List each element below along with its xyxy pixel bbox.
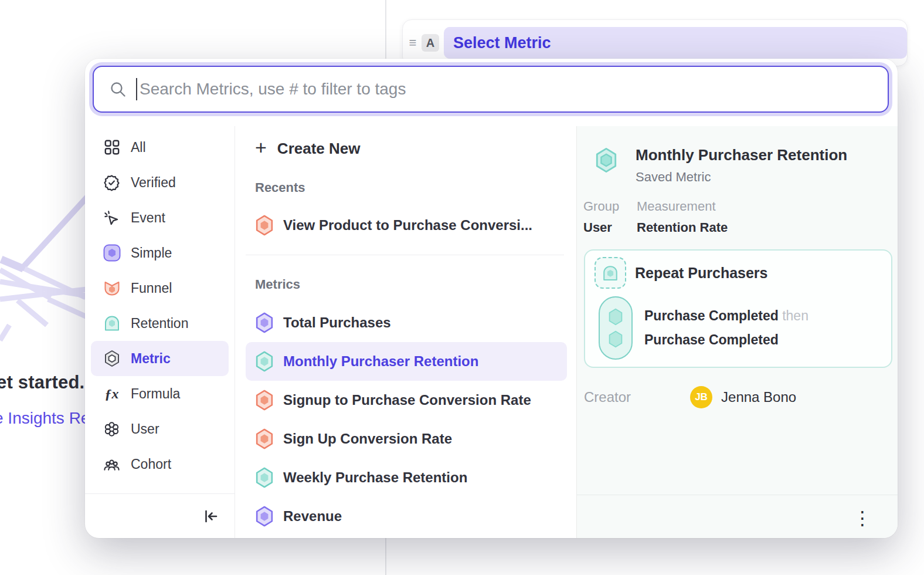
- sidebar-item-label: Simple: [131, 245, 172, 261]
- creator-avatar: JB: [690, 386, 712, 408]
- metric-item-label: Sign Up Conversion Rate: [283, 431, 452, 447]
- funnel-metric-hex-icon: [255, 215, 274, 236]
- text-caret: [136, 78, 137, 100]
- sidebar-item-cohort[interactable]: Cohort: [91, 447, 229, 482]
- detail-meta: Group User Measurement Retention Rate: [583, 199, 728, 235]
- retention-metric-hex-icon: [255, 351, 274, 372]
- definition-step-1: Purchase Completed then: [644, 308, 808, 324]
- definition-title: Repeat Purchasers: [635, 265, 768, 282]
- search-bar[interactable]: [93, 66, 889, 113]
- create-new-label: Create New: [277, 140, 361, 158]
- event-hex-icon: [607, 330, 624, 348]
- sidebar-item-label: All: [131, 140, 146, 155]
- saved-metric-hex-icon: [595, 147, 618, 173]
- definition-step-2: Purchase Completed: [644, 332, 779, 348]
- search-input[interactable]: [140, 80, 876, 99]
- detail-footer: ⋮: [577, 495, 898, 538]
- event-hex-icon: [607, 308, 624, 326]
- sidebar-item-label: Metric: [131, 351, 171, 367]
- detail-title: Monthly Purchaser Retention: [636, 146, 847, 164]
- filter-sidebar: All Verified: [85, 126, 235, 538]
- background-illustration: [0, 194, 94, 358]
- cohort-icon: [103, 455, 121, 473]
- funnel-metric-icon: [103, 279, 121, 297]
- sidebar-item-label: User: [131, 421, 159, 437]
- grid-icon: [103, 138, 121, 157]
- metric-picker-modal: All Verified: [85, 59, 898, 538]
- more-options-button[interactable]: ⋮: [848, 505, 877, 532]
- metric-item-signup-to-purchase-conversion-rate[interactable]: Signup to Purchase Conversion Rate: [246, 381, 567, 420]
- measurement-label: Measurement: [637, 199, 728, 214]
- event-sequence-capsule: [599, 296, 633, 360]
- sidebar-item-label: Event: [131, 210, 165, 226]
- series-letter-badge: A: [422, 34, 439, 52]
- user-profile-icon: [103, 420, 121, 438]
- sidebar-item-retention[interactable]: Retention: [91, 306, 229, 341]
- sidebar-item-label: Retention: [131, 316, 188, 332]
- metric-definition-card: Repeat Purchasers Purchase Completed the…: [584, 249, 892, 368]
- event-metric-hex-icon: [255, 506, 274, 527]
- creator-name: Jenna Bono: [721, 389, 796, 405]
- drag-handle-icon[interactable]: ≡: [406, 36, 419, 49]
- sidebar-item-label: Funnel: [131, 280, 172, 296]
- group-value: User: [583, 220, 637, 235]
- screen: et started. e Insights Re ≡ A Select Met…: [0, 0, 924, 575]
- recent-item-label: View Product to Purchase Conversi...: [283, 217, 532, 234]
- sidebar-item-user[interactable]: User: [91, 411, 229, 447]
- metric-item-label: Signup to Purchase Conversion Rate: [283, 392, 531, 408]
- event-cursor-icon: [103, 209, 121, 227]
- sidebar-item-label: Formula: [131, 386, 180, 402]
- sidebar-item-all[interactable]: All: [91, 130, 229, 165]
- collapse-left-icon: [203, 508, 219, 525]
- sidebar-item-formula[interactable]: ƒx Formula: [91, 376, 229, 411]
- section-divider: [246, 255, 564, 255]
- sidebar-item-label: Verified: [131, 175, 176, 191]
- sidebar-item-funnel[interactable]: Funnel: [91, 270, 229, 306]
- metric-item-monthly-purchaser-retention[interactable]: Monthly Purchaser Retention: [246, 342, 567, 381]
- metric-detail-panel: Monthly Purchaser Retention Saved Metric…: [576, 126, 898, 538]
- sidebar-item-label: Cohort: [131, 456, 171, 472]
- retention-metric-icon: [103, 314, 121, 333]
- retention-step-icon: [595, 257, 626, 289]
- creator-row: Creator JB Jenna Bono: [584, 386, 889, 408]
- plus-icon: +: [255, 137, 267, 157]
- sidebar-item-verified[interactable]: Verified: [91, 165, 229, 200]
- metric-item-label: Revenue: [283, 508, 342, 525]
- sidebar-footer: [85, 493, 235, 538]
- collapse-sidebar-button[interactable]: [203, 508, 219, 527]
- connector-then: then: [782, 308, 808, 323]
- sidebar-item-event[interactable]: Event: [91, 200, 229, 235]
- group-label: Group: [583, 199, 637, 214]
- metric-hexagon-icon: [103, 350, 121, 368]
- metric-list-panel: + Create New Recents View Product to Pur…: [235, 126, 576, 538]
- funnel-metric-hex-icon: [255, 428, 274, 449]
- sidebar-item-metric[interactable]: Metric: [91, 341, 229, 376]
- retention-metric-hex-icon: [255, 467, 274, 488]
- metric-item-total-purchases[interactable]: Total Purchases: [246, 303, 567, 342]
- select-metric-label: Select Metric: [453, 34, 551, 52]
- sidebar-item-simple[interactable]: Simple: [91, 235, 229, 270]
- metric-item-label: Total Purchases: [283, 314, 391, 331]
- search-icon: [109, 80, 127, 98]
- create-new-button[interactable]: + Create New: [246, 136, 576, 161]
- measurement-value: Retention Rate: [637, 220, 728, 235]
- metric-item-sign-up-conversion-rate[interactable]: Sign Up Conversion Rate: [246, 420, 567, 458]
- background-link[interactable]: e Insights Re: [0, 409, 90, 428]
- formula-icon: ƒx: [103, 385, 121, 403]
- creator-label: Creator: [584, 389, 631, 405]
- event-metric-hex-icon: [255, 312, 274, 333]
- recent-item[interactable]: View Product to Purchase Conversi...: [246, 211, 576, 239]
- metric-item-revenue[interactable]: Revenue: [246, 497, 567, 536]
- funnel-metric-hex-icon: [255, 390, 274, 411]
- metric-item-label: Monthly Purchaser Retention: [283, 353, 478, 370]
- metric-item-weekly-purchase-retention[interactable]: Weekly Purchase Retention: [246, 458, 567, 497]
- metrics-list: Total Purchases Monthly Purchaser Retent…: [246, 303, 576, 536]
- select-metric-button[interactable]: Select Metric: [444, 27, 907, 59]
- recents-header: Recents: [246, 180, 576, 195]
- verified-badge-icon: [103, 174, 121, 192]
- background-headline: et started.: [0, 372, 84, 393]
- metrics-header: Metrics: [246, 277, 576, 292]
- detail-subtitle: Saved Metric: [636, 170, 847, 185]
- simple-metric-icon: [103, 244, 121, 262]
- metric-item-label: Weekly Purchase Retention: [283, 469, 467, 486]
